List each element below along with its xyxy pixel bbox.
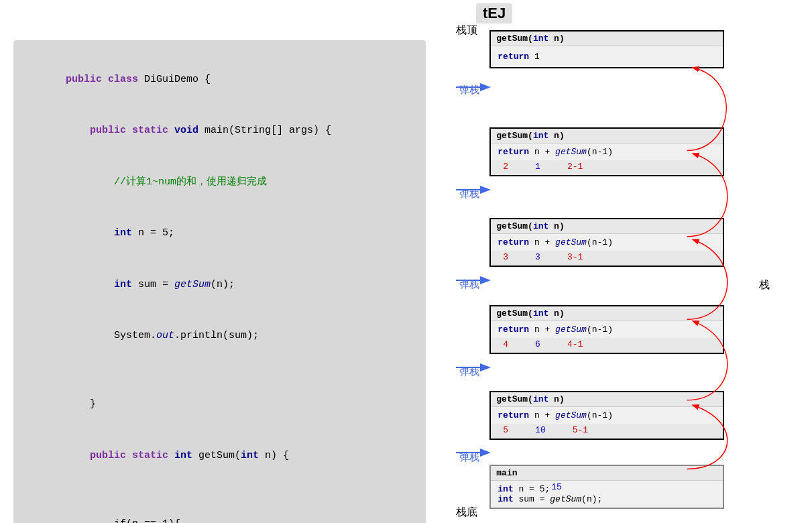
- frame-3-body: return n + getSum(n-1): [491, 234, 723, 251]
- pop-label-4: 弹栈: [459, 365, 479, 378]
- code-line-8: }: [30, 379, 410, 430]
- pop-label-1: 弹栈: [459, 84, 479, 97]
- stack-panel: 栈顶 栈底 getSum(int n) return 1 弹栈 getSum(i…: [453, 17, 799, 523]
- frame-6-title: main: [491, 466, 723, 481]
- frame-4: getSum(int n) return n + getSum(n-1) 4 6…: [489, 305, 724, 354]
- frame-3-numbers: 3 3 3-1: [491, 251, 723, 266]
- frame-1: getSum(int n) return 1: [489, 30, 724, 68]
- arrows-svg: [489, 17, 744, 523]
- stack-top-label: 栈顶: [456, 23, 477, 38]
- code-line-3: //计算1~num的和，使用递归完成: [30, 156, 410, 208]
- frame-5: getSum(int n) return n + getSum(n-1) 5 1…: [489, 391, 724, 440]
- code-line-10: [30, 481, 410, 499]
- code-line-1: public class DiGuiDemo {: [30, 54, 410, 105]
- code-line-5: int sum = getSum(n);: [30, 259, 410, 310]
- frame-5-numbers: 5 10 5-1: [491, 424, 723, 439]
- code-line-2: public static void main(String[] args) {: [30, 105, 410, 157]
- frame-6-body: int n = 5; int sum = getSum(n); 15: [491, 481, 723, 508]
- frame-3: getSum(int n) return n + getSum(n-1) 3 3…: [489, 218, 724, 267]
- pop-label-3: 弹栈: [459, 278, 479, 291]
- frame-5-body: return n + getSum(n-1): [491, 407, 723, 424]
- stack-bottom-label: 栈底: [456, 506, 477, 520]
- frame-2-title: getSum(int n): [491, 129, 723, 143]
- pop-label-2: 弹栈: [459, 188, 479, 200]
- frame-4-numbers: 4 6 4-1: [491, 338, 723, 353]
- frame-2: getSum(int n) return n + getSum(n-1) 2 1…: [489, 127, 724, 176]
- code-line-11: if(n == 1){: [30, 498, 410, 523]
- frames-container: getSum(int n) return 1 弹栈 getSum(int n) …: [489, 17, 744, 523]
- frame-6-main: main int n = 5; int sum = getSum(n); 15: [489, 465, 724, 509]
- frame-1-title: getSum(int n): [491, 32, 723, 46]
- frame-1-body: return 1: [491, 46, 723, 67]
- code-line-4: int n = 5;: [30, 208, 410, 259]
- frame-5-title: getSum(int n): [491, 392, 723, 407]
- stack-zhan-label: 栈: [757, 270, 771, 274]
- code-line-9: public static int getSum(int n) {: [30, 430, 410, 481]
- title-bar: tEJ: [476, 3, 512, 23]
- code-line-6: System.out.println(sum);: [30, 310, 410, 362]
- frame-2-numbers: 2 1 2-1: [491, 160, 723, 175]
- frame-4-title: getSum(int n): [491, 306, 723, 321]
- code-panel: public class DiGuiDemo { public static v…: [13, 40, 426, 523]
- code-line-7: [30, 361, 410, 379]
- pop-label-5: 弹栈: [459, 451, 479, 464]
- frame-2-body: return n + getSum(n-1): [491, 143, 723, 160]
- frame-3-title: getSum(int n): [491, 219, 723, 234]
- frame-4-body: return n + getSum(n-1): [491, 321, 723, 338]
